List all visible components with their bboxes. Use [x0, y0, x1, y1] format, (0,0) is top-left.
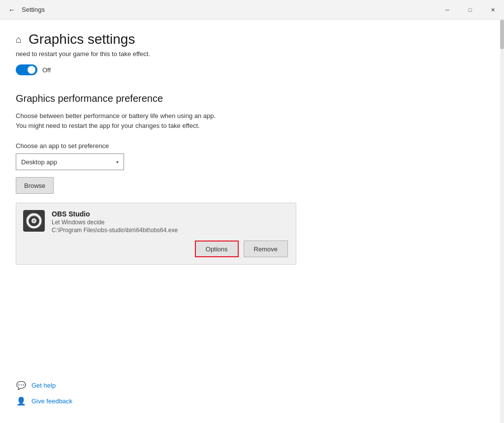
- section-desc-line1: Choose between better performance or bat…: [16, 111, 488, 121]
- window-controls: ─ □ ✕: [436, 0, 504, 20]
- get-help-link[interactable]: 💬 Get help: [16, 380, 72, 391]
- give-feedback-link[interactable]: 👤 Give feedback: [16, 395, 72, 406]
- toggle-thumb: [28, 66, 35, 74]
- app-card-header: OBS Studio Let Windows decide C:\Program…: [23, 210, 288, 234]
- back-button[interactable]: ←: [4, 2, 20, 18]
- maximize-button[interactable]: □: [459, 0, 481, 20]
- toggle-switch[interactable]: [16, 64, 37, 75]
- app-icon: [23, 210, 45, 232]
- remove-button[interactable]: Remove: [244, 241, 288, 257]
- back-icon: ←: [8, 6, 15, 14]
- app-card: OBS Studio Let Windows decide C:\Program…: [16, 203, 296, 265]
- page-title: Graphics settings: [29, 31, 135, 47]
- get-help-label: Get help: [32, 382, 56, 389]
- feedback-icon: 👤: [16, 395, 27, 406]
- app-setting: Let Windows decide: [52, 219, 288, 226]
- options-button[interactable]: Options: [195, 241, 239, 257]
- section-title: Graphics performance preference: [16, 93, 488, 104]
- toggle-row: Off: [16, 64, 488, 75]
- app-name: OBS Studio: [52, 210, 288, 218]
- app-type-dropdown[interactable]: Desktop app ▾: [16, 153, 124, 170]
- section-desc-line2: You might need to restart the app for yo…: [16, 121, 488, 131]
- app-info: OBS Studio Let Windows decide C:\Program…: [52, 210, 288, 234]
- choose-app-label: Choose an app to set preference: [16, 142, 488, 150]
- titlebar-title: Settings: [22, 6, 45, 13]
- page-header: ⌂ Graphics settings: [16, 31, 488, 47]
- bottom-links: 💬 Get help 👤 Give feedback: [16, 380, 72, 411]
- main-content: ⌂ Graphics settings need to restart your…: [0, 20, 504, 423]
- app-card-actions: Options Remove: [23, 241, 288, 257]
- app-path: C:\Program Files\obs-studio\bin\64bit\ob…: [52, 227, 288, 234]
- minimize-button[interactable]: ─: [436, 0, 459, 20]
- svg-point-3: [32, 219, 35, 222]
- help-icon: 💬: [16, 380, 27, 391]
- titlebar: ← Settings ─ □ ✕: [0, 0, 504, 20]
- close-button[interactable]: ✕: [481, 0, 504, 20]
- home-icon: ⌂: [16, 34, 22, 45]
- browse-button[interactable]: Browse: [16, 177, 54, 194]
- chevron-down-icon: ▾: [116, 159, 119, 165]
- obs-studio-icon: [25, 212, 43, 230]
- dropdown-value: Desktop app: [21, 158, 57, 166]
- page-subtitle: need to restart your game for this to ta…: [16, 50, 488, 58]
- give-feedback-label: Give feedback: [32, 397, 72, 405]
- toggle-label: Off: [42, 66, 51, 74]
- section-description: Choose between better performance or bat…: [16, 111, 488, 130]
